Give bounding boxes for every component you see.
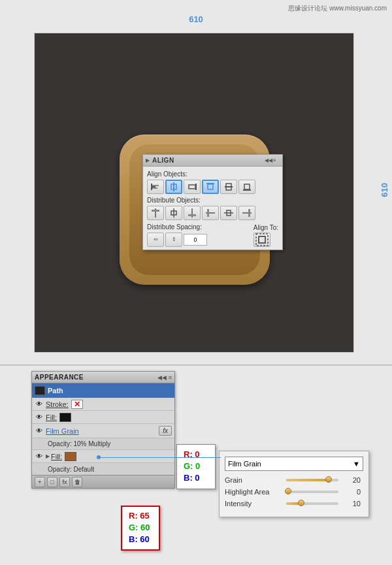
- svg-rect-3: [152, 187, 157, 189]
- appearance-body: Path 👁 Stroke: ✕ 👁 Fill: 👁 Film Grai: [32, 383, 174, 488]
- appearance-panel: APPEARANCE ◀◀ ≡ Path 👁 Stroke: ✕ 👁 F: [31, 371, 175, 489]
- grain-slider-fill: [286, 479, 328, 481]
- watermark: 思缘设计论坛 www.missyuan.com: [288, 4, 387, 13]
- highlight-label: Highlight Area: [225, 488, 284, 496]
- fill-swatch[interactable]: [59, 413, 71, 422]
- align-center-h-button[interactable]: [165, 180, 182, 194]
- opacity2-value: Default: [73, 466, 94, 473]
- rgb-r-value: R: 0: [184, 449, 208, 460]
- dist-space-h-button[interactable]: ⇔: [147, 233, 164, 247]
- fill-visibility-button[interactable]: 👁: [35, 413, 44, 422]
- intensity-label: Intensity: [225, 500, 284, 508]
- film-grain-settings-panel: Film Grain ▼ Grain 20 Highlight Area 0 I…: [219, 451, 369, 517]
- distribute-objects-label: Distribute Objects:: [147, 197, 278, 204]
- align-titlebar-buttons: ◀◀ ≡: [265, 157, 280, 164]
- film-grain-dropdown-label: Film Grain: [228, 460, 261, 468]
- film-grain-visibility-button[interactable]: 👁: [35, 427, 44, 436]
- collapse-arrow-icon[interactable]: ▶: [146, 157, 150, 163]
- fill-label[interactable]: Fill:: [46, 413, 57, 421]
- intensity-value: 10: [341, 500, 361, 508]
- fill2-row: 👁 ▶ Fill:: [32, 450, 174, 463]
- dist-center-h-button[interactable]: [220, 206, 237, 220]
- highlight-slider[interactable]: [286, 491, 338, 493]
- svg-rect-13: [244, 184, 250, 189]
- grain-row: Grain 20: [225, 476, 363, 484]
- fx-button[interactable]: fx: [159, 426, 172, 436]
- stroke-label[interactable]: Stroke:: [46, 400, 69, 408]
- rgb-tooltip-fill2: R: 65 G: 60 B: 60: [121, 506, 160, 551]
- appearance-titlebar: APPEARANCE ◀◀ ≡: [32, 372, 174, 383]
- grain-label: Grain: [225, 476, 284, 484]
- film-grain-dropdown[interactable]: Film Grain ▼: [225, 457, 363, 471]
- svg-rect-0: [151, 184, 152, 190]
- intensity-slider-thumb[interactable]: [298, 500, 304, 506]
- opacity-value: 10% Multiply: [73, 440, 110, 447]
- align-center-v-button[interactable]: [220, 180, 237, 194]
- appearance-menu-icon[interactable]: ≡: [169, 374, 172, 381]
- expand-arrow-icon[interactable]: ▶: [46, 453, 50, 459]
- dist-top-button[interactable]: [147, 206, 164, 220]
- film-grain-link[interactable]: Film Grain: [46, 427, 79, 435]
- fill-row: 👁 Fill:: [32, 411, 174, 424]
- appearance-toolbar: + □ fx 🗑: [32, 475, 174, 488]
- highlight-slider-thumb[interactable]: [285, 488, 291, 494]
- align-top-button[interactable]: [202, 180, 219, 194]
- stroke-swatch[interactable]: ✕: [71, 400, 83, 409]
- svg-rect-19: [188, 214, 196, 216]
- dist-right-button[interactable]: [238, 206, 255, 220]
- dimension-top: 610: [189, 14, 203, 24]
- align-body: Align Objects:: [143, 167, 282, 250]
- fill2-label[interactable]: Fill:: [51, 453, 62, 460]
- delete-button[interactable]: 🗑: [72, 477, 82, 487]
- align-left-button[interactable]: [147, 180, 164, 194]
- intensity-row: Intensity 10: [225, 500, 363, 508]
- svg-rect-4: [173, 182, 174, 191]
- appearance-titlebar-buttons: ◀◀ ≡: [157, 374, 172, 381]
- grain-slider-thumb[interactable]: [325, 476, 332, 483]
- path-label: Path: [48, 387, 63, 395]
- canvas-area: ▶ ALIGN ◀◀ ≡ Align Objects:: [34, 33, 354, 353]
- add-effect-button[interactable]: +: [35, 477, 45, 487]
- highlight-value: 0: [341, 488, 361, 496]
- distribute-spacing-controls: ⇔ ⇕: [147, 233, 207, 247]
- dist-center-v-button[interactable]: [165, 206, 182, 220]
- svg-rect-7: [189, 185, 195, 189]
- svg-rect-9: [208, 184, 213, 189]
- grain-slider[interactable]: [286, 479, 338, 481]
- spacing-input[interactable]: [184, 234, 207, 246]
- appearance-scroll-icon[interactable]: ◀◀: [157, 374, 167, 381]
- align-right-button[interactable]: [184, 180, 201, 194]
- opacity-label: Opacity:: [48, 440, 72, 447]
- stroke-row: 👁 Stroke: ✕: [32, 398, 174, 411]
- align-objects-label: Align Objects:: [147, 170, 278, 178]
- rgb-b-value: B: 0: [184, 472, 208, 484]
- intensity-slider[interactable]: [286, 502, 338, 505]
- align-to-label: Align To:: [253, 224, 278, 231]
- film-grain-row: 👁 Film Grain fx: [32, 424, 174, 438]
- fx-toolbar-button[interactable]: fx: [59, 477, 70, 487]
- align-title-left: ▶ ALIGN: [146, 157, 174, 164]
- dist-left-button[interactable]: [202, 206, 219, 220]
- dist-bottom-button[interactable]: [184, 206, 201, 220]
- opacity2-label: Opacity:: [48, 466, 72, 473]
- panel-menu-icon[interactable]: ≡: [273, 157, 280, 164]
- opacity2-row: Opacity: Default: [32, 463, 174, 475]
- distribute-spacing-label: Distribute Spacing:: [147, 223, 207, 231]
- square-button[interactable]: □: [47, 477, 57, 487]
- align-panel: ▶ ALIGN ◀◀ ≡ Align Objects:: [142, 154, 283, 250]
- align-bottom-button[interactable]: [238, 180, 255, 194]
- svg-rect-26: [256, 234, 268, 246]
- align-to-button[interactable]: [253, 233, 270, 247]
- align-objects-row: [147, 180, 278, 194]
- dist-space-v-button[interactable]: ⇕: [165, 233, 182, 247]
- stroke-visibility-button[interactable]: 👁: [35, 400, 44, 409]
- rgb2-g-value: G: 60: [129, 522, 152, 534]
- opacity-row: Opacity: 10% Multiply: [32, 438, 174, 450]
- rgb2-r-value: R: 65: [129, 510, 152, 522]
- rgb-g-value: G: 0: [184, 460, 208, 472]
- fill2-visibility-button[interactable]: 👁: [35, 452, 44, 461]
- align-panel-title: ALIGN: [152, 157, 174, 164]
- panel-scroll-up-icon[interactable]: ◀◀: [265, 157, 271, 164]
- eye-icon: 👁: [36, 400, 42, 408]
- fill2-swatch[interactable]: [65, 452, 76, 461]
